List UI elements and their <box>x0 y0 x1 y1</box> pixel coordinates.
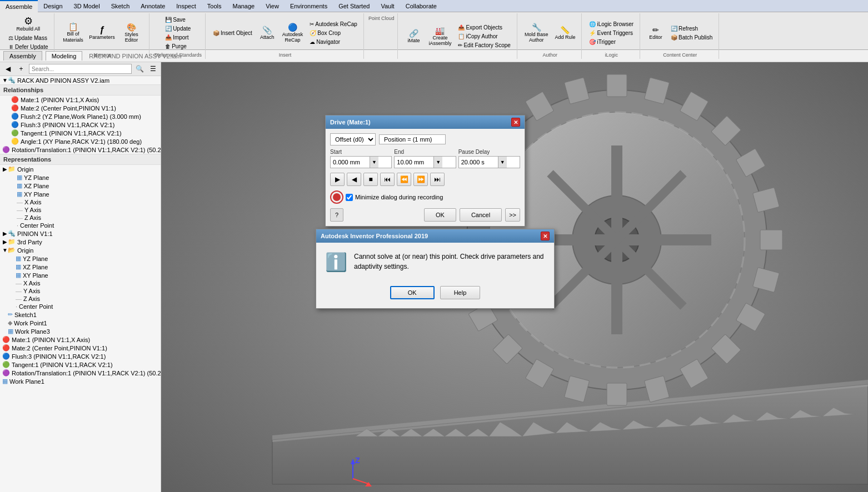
import-button[interactable]: 📥 Import <box>162 33 193 42</box>
expand-origin[interactable]: ▶ <box>2 166 8 172</box>
autodesk-recap-button[interactable]: 🔵 AutodeskReCap <box>280 21 306 44</box>
parameters-button[interactable]: ƒ Parameters <box>88 24 116 42</box>
cloud-point-button[interactable]: ☁ Navigator <box>307 38 360 46</box>
sidebar-plus-btn[interactable]: + <box>16 63 27 74</box>
tab-view[interactable]: View <box>260 0 285 12</box>
drive-end-value[interactable] <box>395 159 433 165</box>
tree-item-rotation1[interactable]: 🟣 Rotation/Translation:1 (PINION V1:1,RA… <box>0 145 161 154</box>
tab-assemble[interactable]: Assemble <box>0 0 38 12</box>
itrigger-button[interactable]: 🎯 iTrigger <box>586 38 636 46</box>
drive-first-btn[interactable]: ⏮ <box>380 173 395 186</box>
tree-item-z2[interactable]: — Z Axis <box>0 295 161 303</box>
tree-item-center2[interactable]: · Center Point <box>0 303 161 310</box>
tab-collaborate[interactable]: Collaborate <box>400 0 442 12</box>
defer-update-button[interactable]: ⏸ Defer Update <box>6 43 51 51</box>
tab-environments[interactable]: Environments <box>285 0 333 12</box>
drive-stop-btn[interactable]: ■ <box>363 173 378 186</box>
icopy-author-button[interactable]: 📋 iCopy Author <box>455 32 513 41</box>
drive-cancel-btn[interactable]: Cancel <box>460 208 502 222</box>
drive-ok-btn[interactable]: OK <box>424 208 456 222</box>
tree-item-xz2[interactable]: ▦ XZ Plane <box>0 263 161 271</box>
editor-button[interactable]: ✏ Editor <box>645 24 667 42</box>
bill-of-materials-button[interactable]: 📋 Bill of Materials <box>59 21 87 45</box>
add-rule-button[interactable]: 📏 Add Rule <box>552 24 578 42</box>
drive-end-input[interactable]: ▼ <box>394 156 456 168</box>
tab-sketch[interactable]: Sketch <box>106 0 136 12</box>
drive-step-back-btn[interactable]: ⏪ <box>397 173 411 186</box>
tab-tools[interactable]: Tools <box>202 0 227 12</box>
tab-3d-model[interactable]: 3D Model <box>68 0 106 12</box>
drive-start-arrow[interactable]: ▼ <box>370 157 378 168</box>
expand-3rdparty[interactable]: ▶ <box>2 239 8 245</box>
event-triggers-button[interactable]: ⚡ Event Triggers <box>586 29 636 37</box>
tree-item-yz-plane[interactable]: ▦ YZ Plane <box>0 173 161 182</box>
tree-item-tangent1b[interactable]: 🟢 Tangent:1 (PINION V1:1,RACK V2:1) <box>0 360 161 369</box>
tree-item-z-axis[interactable]: — Z Axis <box>0 214 161 222</box>
save-button[interactable]: 💾 Save <box>162 16 193 24</box>
tree-item-mate2[interactable]: 🔴 Mate:2 (Center Point,PINION V1:1) <box>0 104 161 112</box>
tree-item-flush2[interactable]: 🔵 Flush:2 (YZ Plane,Work Plane1) (3.000 … <box>0 112 161 121</box>
tree-item-x-axis[interactable]: — X Axis <box>0 198 161 206</box>
mold-base-button[interactable]: 🔧 Mold BaseAuthor <box>522 21 551 44</box>
drive-step-fwd-btn[interactable]: ⏩ <box>413 173 428 186</box>
tree-item-rotation1b[interactable]: 🟣 Rotation/Translation:1 (PINION V1:1,RA… <box>0 369 161 377</box>
tree-item-origin1[interactable]: ▶ 📁 Origin <box>0 165 161 173</box>
drive-help-btn[interactable]: ? <box>330 208 343 222</box>
drive-start-input[interactable]: ▼ <box>330 156 392 168</box>
tab-get-started[interactable]: Get Started <box>333 0 375 12</box>
purge-button[interactable]: 🗑 Purge <box>162 42 193 51</box>
insert-object-button[interactable]: 📦 Insert Object <box>210 29 255 37</box>
tab-assembly[interactable]: Assembly <box>3 51 42 61</box>
sidebar-search-btn[interactable]: 🔍 <box>134 63 145 74</box>
expand-pinion[interactable]: ▶ <box>2 230 8 237</box>
tree-item-tangent1[interactable]: 🟢 Tangent:1 (PINION V1:1,RACK V2:1) <box>0 129 161 137</box>
tree-item-xy2[interactable]: ▦ XY Plane <box>0 271 161 279</box>
navigator-button[interactable]: 🧭 Box Crop <box>307 29 360 37</box>
tab-inspect[interactable]: Inspect <box>171 0 201 12</box>
tree-item-y2[interactable]: — Y Axis <box>0 287 161 295</box>
sidebar-menu-btn[interactable]: ☰ <box>147 63 158 74</box>
edit-factory-button[interactable]: ✏ Edit Factory Scope <box>455 41 513 49</box>
export-objects-button[interactable]: 📤 Export Objects <box>455 23 513 32</box>
drive-minimize-checkbox[interactable] <box>346 194 353 201</box>
imate-button[interactable]: 🔗 iMate <box>402 27 425 45</box>
drive-dialog-close[interactable]: ✕ <box>511 118 520 127</box>
viewport[interactable]: Z Drive (Mate:1) ✕ Offset (d0) Position … <box>161 62 868 492</box>
tree-item-angle1[interactable]: 🟡 Angle:1 (XY Plane,RACK V2:1) (180.00 d… <box>0 137 161 145</box>
update-mass-button[interactable]: ⚖ Update Mass <box>6 34 51 42</box>
batch-publish-button[interactable]: 📦 Batch Publish <box>668 33 715 42</box>
create-iassembly-button[interactable]: 🏭 CreateiAssembly <box>426 24 454 48</box>
drive-pause-input[interactable]: ▼ <box>458 156 520 168</box>
update-button[interactable]: 🔄 Update <box>162 24 193 33</box>
tab-modeling[interactable]: Modeling <box>46 51 83 61</box>
tree-item-3rdparty[interactable]: ▶ 📁 3rd Party <box>0 238 161 246</box>
sidebar-back-btn[interactable]: ◀ <box>2 63 13 74</box>
drive-advance-btn[interactable]: >> <box>505 208 520 222</box>
tree-item-workplane1b[interactable]: ▦ Work Plane1 <box>0 377 161 385</box>
refresh-button[interactable]: 🔄 Refresh <box>668 24 715 33</box>
tree-item-origin2[interactable]: ▼ 📂 Origin <box>0 246 161 254</box>
tree-item-yz2[interactable]: ▦ YZ Plane <box>0 254 161 263</box>
drive-last-btn[interactable]: ⏭ <box>430 173 445 186</box>
drive-offset-select[interactable]: Offset (d0) <box>330 133 376 145</box>
tab-vault[interactable]: Vault <box>375 0 400 12</box>
tab-design[interactable]: Design <box>38 0 68 12</box>
tree-item-xy-plane[interactable]: ▦ XY Plane <box>0 190 161 198</box>
tree-item-flush3b[interactable]: 🔵 Flush:3 (PINION V1:1,RACK V2:1) <box>0 352 161 360</box>
drive-record-btn[interactable] <box>330 190 343 204</box>
tree-item-center-pt[interactable]: · Center Point <box>0 222 161 229</box>
drive-pause-arrow[interactable]: ▼ <box>498 157 507 168</box>
tab-manage[interactable]: Manage <box>227 0 260 12</box>
tree-item-mate2b[interactable]: 🔴 Mate:2 (Center Point,PINION V1:1) <box>0 344 161 352</box>
expand-root[interactable]: ▼ <box>2 77 8 83</box>
rebuild-all-button[interactable]: ⚙ Rebuild All <box>6 14 51 33</box>
tree-item-mate1b[interactable]: 🔴 Mate:1 (PINION V1:1,X Axis) <box>0 335 161 344</box>
drive-reverse-btn[interactable]: ◀ <box>347 173 361 186</box>
drive-play-btn[interactable]: ▶ <box>330 173 345 186</box>
error-dialog-close[interactable]: ✕ <box>541 232 550 240</box>
tree-item-workpoint1[interactable]: ◆ Work Point1 <box>0 319 161 327</box>
error-ok-btn[interactable]: OK <box>390 286 435 299</box>
styles-editor-button[interactable]: 🎨 Styles Editor <box>117 21 146 44</box>
tree-item-workplane3[interactable]: ▦ Work Plane3 <box>0 327 161 335</box>
drive-end-arrow[interactable]: ▼ <box>433 157 442 168</box>
